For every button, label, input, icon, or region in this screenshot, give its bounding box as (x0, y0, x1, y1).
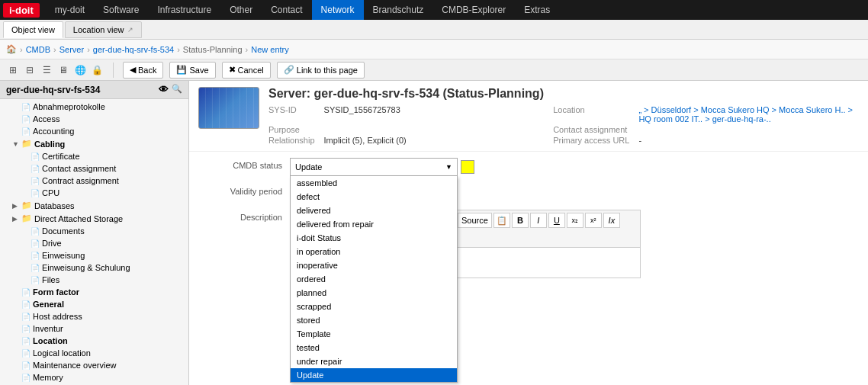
breadcrumb-home[interactable]: 🏠 (6, 44, 17, 54)
sidebar-item-memory[interactable]: 📄Memory (0, 371, 188, 383)
sidebar-item-cpu[interactable]: 📄CPU (0, 187, 188, 199)
sidebar-item-databases[interactable]: ▶📁Databases (0, 199, 188, 212)
page-icon: 📄 (31, 264, 40, 272)
breadcrumb-new-entry[interactable]: New entry (251, 45, 289, 54)
tree-item-label: Databases (34, 201, 75, 210)
dropdown-option-defect[interactable]: defect (291, 190, 457, 204)
sidebar-item-direct-attached-storage[interactable]: ▶📁Direct Attached Storage (0, 212, 188, 225)
sidebar-item-einweisung-&-schulung[interactable]: 📄Einweisung & Schulung (0, 261, 188, 274)
nav-extras[interactable]: Extras (515, 0, 559, 20)
globe-icon[interactable]: 🌐 (73, 63, 87, 77)
logo[interactable]: i-doit (3, 3, 40, 18)
sysid-value: SYSID_1556725783 (324, 105, 545, 124)
sidebar-item-contact-assignment[interactable]: 📄Contact assignment (0, 162, 188, 175)
sidebar-item-accounting[interactable]: 📄Accounting (0, 125, 188, 137)
page-icon: 📄 (31, 189, 40, 197)
nav-infrastructure[interactable]: Infrastructure (148, 0, 220, 20)
nav-software[interactable]: Software (94, 0, 148, 20)
dropdown-option-planned[interactable]: planned (291, 286, 457, 300)
nav-other[interactable]: Other (220, 0, 262, 20)
sidebar-item-drive[interactable]: 📄Drive (0, 237, 188, 249)
sidebar-item-inventur[interactable]: 📄Inventur (0, 322, 188, 335)
sidebar-item-certificate[interactable]: 📄Certificate (0, 150, 188, 162)
dropdown-arrow-icon: ▼ (445, 163, 452, 171)
tiles-view-icon[interactable]: ⊟ (23, 63, 37, 77)
lock-icon[interactable]: 🔒 (90, 63, 104, 77)
sidebar-item-location[interactable]: 📄Location (0, 335, 188, 347)
dropdown-wrapper: Update ▼ assembleddefectdelivereddeliver… (290, 158, 859, 176)
cancel-icon: ✖ (229, 65, 236, 75)
nav-my-doit[interactable]: my-doit (46, 0, 94, 20)
dropdown-option-update[interactable]: Update (291, 368, 457, 382)
status-color-indicator[interactable] (461, 160, 474, 174)
dropdown-option-tested[interactable]: tested (291, 341, 457, 355)
sidebar-item-form-factor[interactable]: 📄Form factor (0, 286, 188, 298)
dropdown-option-in_operation[interactable]: in operation (291, 245, 457, 258)
dropdown-option-delivered[interactable]: delivered (291, 204, 457, 217)
form-section: CMDB status Update ▼ assembleddefectdeli… (189, 152, 868, 293)
dropdown-option-assembled[interactable]: assembled (291, 176, 457, 190)
rte-italic-btn[interactable]: I (530, 213, 547, 228)
dropdown-option-under_repair[interactable]: under repair (291, 355, 457, 368)
rte-superscript-btn[interactable]: x² (585, 213, 602, 228)
tree-expander-icon[interactable]: ▼ (12, 140, 20, 148)
nav-network[interactable]: Network (312, 0, 364, 20)
purpose-label: Purpose (268, 125, 315, 134)
rte-bold-btn[interactable]: B (512, 213, 529, 228)
monitor-icon[interactable]: 🖥 (56, 63, 70, 77)
tree-expander-icon[interactable]: ▶ (12, 202, 20, 210)
sidebar-item-host-address[interactable]: 📄Host address (0, 310, 188, 322)
sidebar-item-cabling[interactable]: ▼📁Cabling (0, 137, 188, 150)
sidebar-eye-icon[interactable]: 👁 (159, 84, 169, 95)
breadcrumb-server[interactable]: Server (59, 45, 84, 54)
object-title: Server: ger-due-hq-srv-fs-534 (Status-Pl… (268, 87, 859, 101)
cancel-button[interactable]: ✖ Cancel (222, 62, 271, 79)
page-icon: 📄 (31, 227, 40, 236)
tree-expander-icon[interactable]: ▶ (12, 215, 20, 223)
rte-subscript-btn[interactable]: x₂ (567, 213, 583, 228)
back-button[interactable]: ◀ Back (123, 62, 163, 79)
sidebar-item-general[interactable]: 📄General (0, 298, 188, 310)
sidebar-item-abnahmeprotokolle[interactable]: 📄Abnahmeprotokolle (0, 101, 188, 113)
save-button[interactable]: 💾 Save (169, 62, 215, 79)
sidebar-search-icon[interactable]: 🔍 (172, 84, 182, 95)
dropdown-option-template[interactable]: Template (291, 327, 457, 341)
page-icon: 📄 (31, 165, 40, 173)
breadcrumb-cmdb[interactable]: CMDB (26, 45, 50, 54)
dropdown-option-delivered_from_repair[interactable]: delivered from repair (291, 217, 457, 231)
nav-brandschutz[interactable]: Brandschutz (364, 0, 433, 20)
sysid-label: SYS-ID (268, 105, 315, 124)
dropdown-option-idoit_status[interactable]: i-doit Status (291, 231, 457, 245)
location-value[interactable]: „ > Düsseldorf > Mocca Sukero HQ > Mocca… (638, 105, 859, 124)
sidebar-item-maintenance-overview[interactable]: 📄Maintenance overview (0, 359, 188, 371)
sidebar-item-documents[interactable]: 📄Documents (0, 225, 188, 237)
cmdb-status-dropdown[interactable]: Update ▼ (290, 158, 458, 176)
list-view-icon[interactable]: ☰ (40, 63, 53, 77)
nav-cmdb-explorer[interactable]: CMDB-Explorer (432, 0, 515, 20)
sidebar-item-files[interactable]: 📄Files (0, 274, 188, 286)
sidebar-item-logical-location[interactable]: 📄Logical location (0, 347, 188, 359)
dropdown-option-scrapped[interactable]: scrapped (291, 300, 457, 313)
rte-source-btn[interactable]: Source (458, 213, 492, 228)
sidebar-item-einweisung[interactable]: 📄Einweisung (0, 249, 188, 261)
rte-clear-btn[interactable]: Ix (603, 213, 620, 228)
tab-object-view[interactable]: Object view (3, 21, 63, 38)
location-label: Location (553, 105, 629, 124)
page-icon: 📄 (21, 127, 31, 136)
rte-underline-btn[interactable]: U (548, 213, 565, 228)
dropdown-option-inoperative[interactable]: inoperative (291, 258, 457, 272)
rte-paste-btn[interactable]: 📋 (493, 213, 510, 228)
grid-view-icon[interactable]: ⊞ (6, 63, 20, 77)
tree-item-label: Maintenance overview (33, 361, 116, 370)
breadcrumb-current: Status-Planning (183, 45, 243, 54)
dropdown-option-stored[interactable]: stored (291, 313, 457, 327)
sidebar-item-access[interactable]: 📄Access (0, 113, 188, 125)
dropdown-option-ordered[interactable]: ordered (291, 272, 457, 286)
sidebar-item-contract-assignment[interactable]: 📄Contract assignment (0, 175, 188, 187)
nav-contact[interactable]: Contact (262, 0, 311, 20)
link-button[interactable]: 🔗 Link to this page (277, 62, 365, 79)
object-header: Server: ger-due-hq-srv-fs-534 (Status-Pl… (189, 81, 868, 152)
tab-location-view[interactable]: Location view ↗ (65, 21, 142, 38)
breadcrumb-object[interactable]: ger-due-hq-srv-fs-534 (93, 45, 174, 54)
top-navigation: i-doit my-doit Software Infrastructure O… (0, 0, 868, 20)
